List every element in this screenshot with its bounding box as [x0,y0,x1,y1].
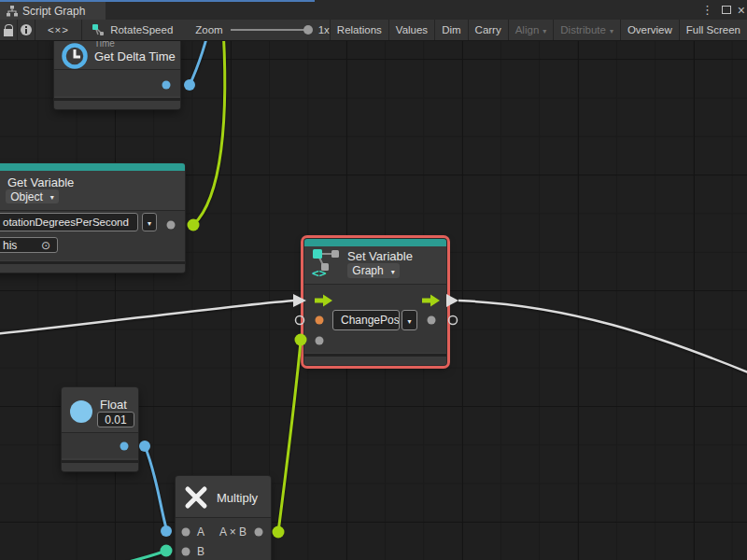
zoom-slider-thumb[interactable] [303,25,313,35]
chevron-down-icon: ▾ [148,219,151,228]
distribute-button[interactable]: Distribute ▾ [553,20,620,40]
variable-accent-strip [304,239,446,246]
node-float[interactable]: Float 0.01 [62,387,138,471]
button-label: Full Screen [686,24,740,35]
scope-label: Graph [352,264,383,277]
tab-bar: Script Graph ⋮ × [0,0,747,20]
close-icon[interactable]: × [738,0,745,20]
graph-window-icon [7,6,18,17]
node-title: Set Variable [347,249,413,263]
chevron-down-icon: ▾ [50,193,54,202]
float-value-field[interactable]: 0.01 [97,412,134,427]
overview-button[interactable]: Overview [620,20,679,40]
variable-name-dropdown[interactable]: ▾ [402,310,417,330]
port-label-b: B [197,545,204,558]
zoom-control: Zoom 1x [182,20,330,40]
zoom-label: Zoom [195,24,222,35]
fullscreen-button[interactable]: Full Screen [679,20,747,40]
object-picker-icon[interactable]: ⊙ [41,239,50,252]
float-icon [70,400,92,423]
script-graph-window: Time Get Delta Time Get Variable Object▾… [0,0,747,560]
graph-breadcrumb[interactable]: RotateSpeed [82,20,182,40]
variable-accent-strip [0,163,185,171]
variable-scope-dropdown[interactable]: Graph▾ [347,263,400,278]
clock-icon [61,42,89,70]
values-button[interactable]: Values [388,20,434,40]
relations-button[interactable]: Relations [330,20,388,40]
node-get-delta-time[interactable]: Time Get Delta Time [54,34,180,109]
node-port-area [176,517,271,560]
button-label: Carry [475,24,501,35]
info-button[interactable] [18,20,35,40]
align-button[interactable]: Align ▾ [508,20,554,40]
target-object-field[interactable]: his ⊙ [0,237,58,253]
set-variable-icon: <> [311,248,345,278]
chevron-down-icon: ▾ [543,27,546,35]
variable-name-dropdown[interactable]: ▾ [142,213,157,231]
node-title: Get Delta Time [94,49,176,63]
node-get-variable[interactable]: Get Variable Object▾ otationDegreesPerSe… [0,163,185,273]
node-port-area [62,432,138,458]
carry-button[interactable]: Carry [468,20,508,40]
lock-button[interactable] [0,20,18,40]
node-title: Float [100,398,127,412]
button-label: Align [515,24,540,35]
node-footer [304,354,446,365]
node-title: Multiply [217,491,258,505]
button-label: Overview [627,24,672,35]
button-label: Values [396,24,428,35]
graph-asset-icon [92,23,105,36]
tab-script-graph[interactable]: Script Graph [0,2,106,20]
svg-text:<>: <> [312,266,327,278]
chevron-down-icon: ▾ [610,27,613,35]
node-footer [62,460,138,471]
node-port-area [54,69,180,96]
variable-name-value: otationDegreesPerSecond [3,217,129,228]
chevron-down-icon: ▾ [391,268,395,276]
variable-scope-dropdown[interactable]: Object▾ [6,189,59,203]
button-label: Relations [337,24,382,35]
node-set-variable[interactable]: <> Set Variable Graph▾ ChangePos ▾ [304,239,446,365]
variable-name-field[interactable]: ChangePos [332,310,400,330]
button-label: Dim [442,24,460,35]
node-multiply[interactable]: Multiply A A × B B [176,476,271,560]
zoom-slider[interactable] [231,29,311,31]
graph-toolbar: <×> RotateSpeed Zoom 1x Relations Values… [0,20,747,41]
multiply-icon [184,485,208,510]
node-footer [0,261,185,273]
window-menu-icon[interactable]: ⋮ [701,0,713,20]
edit-graph-button[interactable]: <×> [35,20,82,40]
variable-name-field[interactable]: otationDegreesPerSecond [0,213,138,231]
variable-name-value: ChangePos [341,314,400,327]
scope-label: Object [10,190,43,203]
node-title: Get Variable [7,175,74,189]
tab-label: Script Graph [22,5,85,18]
zoom-value: 1x [318,24,330,35]
maximize-icon[interactable] [722,0,731,20]
port-label-a: A [197,525,204,539]
code-icon: <×> [48,24,69,35]
button-label: Distribute [560,24,606,35]
info-icon [21,24,32,35]
float-value: 0.01 [105,413,126,427]
target-value: his [3,239,17,252]
port-label-result: A × B [219,525,247,539]
chevron-down-icon: ▾ [407,317,411,326]
node-footer [54,98,180,109]
graph-name: RotateSpeed [110,24,173,35]
dim-button[interactable]: Dim [434,20,467,40]
lock-icon [4,29,13,36]
